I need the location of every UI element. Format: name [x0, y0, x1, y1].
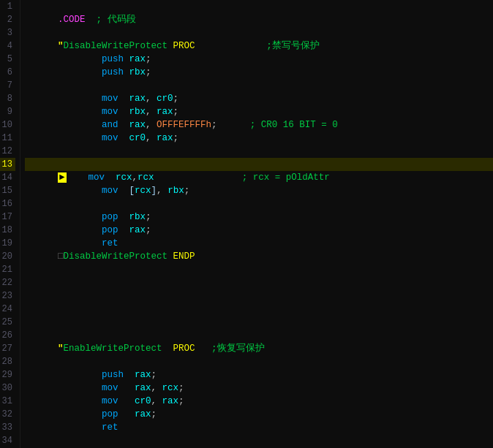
line-num-3: 3	[0, 26, 15, 39]
line-num-16: 16	[0, 197, 15, 210]
line-num-23: 23	[0, 289, 15, 303]
line-num-24: 24	[0, 303, 15, 316]
collapse-indicator-26[interactable]: "	[58, 343, 64, 354]
dot-code-directive: .	[58, 15, 64, 25]
comment-cr0: ; CR0 16 BIT = 0	[250, 120, 338, 130]
line-num-17: 17	[0, 210, 15, 224]
line-num-28: 28	[0, 355, 15, 368]
instr-push-5: push	[102, 67, 124, 77]
instr-pop-17: pop	[102, 225, 118, 235]
line-num-14: 14	[0, 171, 15, 184]
reg-rbx-16: rbx	[129, 212, 146, 222]
code-line-12	[25, 145, 493, 158]
code-line-28: push rax;	[25, 355, 493, 368]
instr-mov-7: mov	[102, 94, 118, 104]
code-line-21	[25, 263, 493, 276]
reg-rax-4: rax	[129, 54, 146, 64]
code-line-24	[25, 303, 493, 316]
code-content[interactable]: .CODE ; 代码段 "DisableWriteProtect PROC ;禁…	[20, 0, 493, 448]
code-line-23	[25, 289, 493, 303]
reg-rax-10: rax	[157, 133, 173, 143]
line-num-11: 11	[0, 132, 15, 145]
line-num-26: 26	[0, 329, 15, 342]
code-line-1: .CODE ; 代码段	[25, 0, 493, 13]
endp-keyword-19: ENDP	[173, 251, 195, 262]
reg-rax-29: rax	[135, 383, 151, 393]
line-num-9: 9	[0, 105, 15, 118]
reg-rax-28: rax	[135, 370, 151, 380]
code-line-13: ► mov rcx,rcx ; rcx = pOldAttr	[25, 158, 493, 171]
line-num-21: 21	[0, 263, 15, 276]
proc-end-name-disable: DisableWriteProtect	[64, 251, 168, 262]
reg-rbx-14: rbx	[168, 186, 184, 196]
line-num-4: 4	[0, 39, 15, 53]
line-numbers: 1 2 3 4 5 6 7 8 9 10 11 12 13 14 15 16 1…	[0, 0, 20, 448]
reg-rax-31: rax	[135, 409, 151, 419]
line-num-27: 27	[0, 342, 15, 355]
line-num-34: 34	[0, 434, 15, 447]
reg-cr0-30: cr0	[135, 396, 151, 406]
instr-ret-18: ret	[102, 238, 118, 248]
instr-mov-10: mov	[102, 133, 118, 143]
code-line-7: mov rax, cr0;	[25, 79, 493, 92]
line-num-30: 30	[0, 381, 15, 395]
instr-and-9: and	[102, 120, 118, 130]
reg-rbx-8: rbx	[129, 107, 146, 117]
reg-rax-7: rax	[129, 94, 146, 104]
reg-rcx-14: rcx	[135, 186, 151, 196]
instr-mov-14: mov	[102, 186, 118, 196]
comment-rcx: ; rcx = pOldAttr	[242, 172, 330, 183]
line-num-7: 7	[0, 79, 15, 92]
comment-enable: ;恢复写保护	[211, 343, 265, 354]
reg-cr0-7: cr0	[157, 94, 173, 104]
code-line-25	[25, 316, 493, 329]
code-line-3: "DisableWriteProtect PROC ;禁写号保护	[25, 26, 493, 39]
line-num-10: 10	[0, 118, 15, 132]
reg-rcx-29: rcx	[162, 383, 179, 393]
line-num-12: 12	[0, 145, 15, 158]
highlight-marker-13: ►	[58, 172, 67, 183]
line-num-5: 5	[0, 53, 15, 66]
line-num-31: 31	[0, 395, 15, 408]
comment-disable: ;禁写号保护	[266, 41, 320, 51]
code-line-34: □EnableWriteProtect ENDP	[25, 434, 493, 447]
line-num-19: 19	[0, 237, 15, 250]
instr-push-4: push	[102, 54, 124, 64]
line-num-15: 15	[0, 184, 15, 197]
instr-pop-16: pop	[102, 212, 118, 222]
mem-rcx-14: [	[129, 186, 135, 196]
line-num-20: 20	[0, 250, 15, 263]
proc-name-disable: DisableWriteProtect	[64, 41, 168, 51]
collapse-end-19: □	[58, 251, 64, 262]
reg-rcx-13b: rcx	[138, 172, 154, 183]
instr-mov-13: mov	[89, 172, 105, 183]
code-keyword: CODE	[64, 15, 86, 25]
const-val-9: OFFFEFFFFh	[157, 120, 211, 130]
line-num-8: 8	[0, 92, 15, 105]
line-num-22: 22	[0, 276, 15, 289]
code-editor: 1 2 3 4 5 6 7 8 9 10 11 12 13 14 15 16 1…	[0, 0, 493, 448]
line-num-33: 33	[0, 421, 15, 434]
line-num-29: 29	[0, 368, 15, 381]
line-num-18: 18	[0, 224, 15, 237]
line-num-32: 32	[0, 408, 15, 421]
proc-keyword: PROC	[173, 41, 195, 51]
reg-rbx-5: rbx	[129, 67, 146, 77]
instr-mov-29: mov	[102, 383, 118, 393]
reg-rax-9: rax	[129, 120, 146, 130]
instr-ret-32: ret	[102, 422, 118, 433]
code-line-22	[25, 276, 493, 289]
instr-pop-31: pop	[102, 409, 118, 419]
collapse-indicator-3[interactable]: "	[58, 41, 64, 51]
code-line-16: pop rbx;	[25, 197, 493, 210]
line-num-13: 13	[0, 158, 15, 171]
line-num-25: 25	[0, 316, 15, 329]
proc-keyword-26: PROC	[173, 343, 195, 354]
instr-push-28: push	[102, 370, 124, 380]
instr-mov-8: mov	[102, 107, 118, 117]
reg-rcx-13a: rcx	[116, 172, 132, 183]
comment-codeseg: ; 代码段	[97, 15, 136, 25]
reg-rax-8: rax	[157, 107, 173, 117]
reg-cr0-10: cr0	[129, 133, 146, 143]
line-num-1: 1	[0, 0, 15, 13]
